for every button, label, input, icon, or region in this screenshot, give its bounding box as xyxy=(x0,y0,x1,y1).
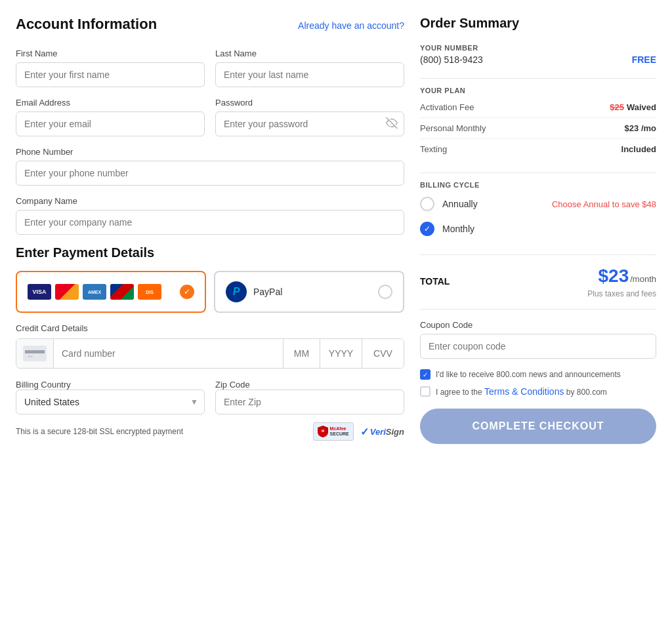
last-name-group: Last Name xyxy=(215,49,404,87)
activation-fee-value: $25Waived xyxy=(610,102,656,112)
annual-save-text: Choose Annual to save $48 xyxy=(552,199,656,209)
coupon-section: Coupon Code xyxy=(420,320,656,359)
complete-checkout-button[interactable]: COMPLETE CHECKOUT xyxy=(420,409,656,444)
divider-1 xyxy=(420,78,656,79)
annual-label: Annually xyxy=(442,199,478,209)
company-input[interactable] xyxy=(16,210,404,235)
your-number-section: YOUR NUMBER (800) 518-9423 FREE xyxy=(420,44,656,65)
paypal-radio-icon xyxy=(378,285,392,299)
your-plan-label: YOUR PLAN xyxy=(420,87,656,94)
newsletter-checkbox-row: I'd like to receive 800.com news and ann… xyxy=(420,369,656,380)
svg-rect-2 xyxy=(25,350,45,353)
jcb-logo xyxy=(110,284,134,300)
email-group: Email Address xyxy=(16,98,205,136)
svg-rect-3 xyxy=(28,355,33,357)
expiry-year-input[interactable] xyxy=(320,339,362,368)
total-row: TOTAL $23 /month xyxy=(420,266,656,287)
total-period: /month xyxy=(630,274,656,284)
billing-country-group: Billing Country United States ▼ xyxy=(16,379,205,414)
first-name-input[interactable] xyxy=(16,62,205,87)
personal-monthly-row: Personal Monthly $23 /mo xyxy=(420,118,656,139)
already-have-account-link[interactable]: Already have an account? xyxy=(298,20,404,31)
discover-logo: DIS xyxy=(138,284,161,300)
zip-label: Zip Code xyxy=(215,380,250,390)
monthly-billing-option[interactable]: Monthly xyxy=(420,216,656,241)
cc-card-icon xyxy=(16,339,54,368)
texting-label: Texting xyxy=(420,144,447,154)
phone-label: Phone Number xyxy=(16,147,404,157)
personal-monthly-label: Personal Monthly xyxy=(420,123,486,133)
payment-methods: VISA AMEX DIS ✓ P PayPal xyxy=(16,271,404,313)
personal-monthly-value: $23 /mo xyxy=(625,123,656,133)
your-plan-section: YOUR PLAN Activation Fee $25Waived Perso… xyxy=(420,87,656,159)
number-row: (800) 518-9423 FREE xyxy=(420,54,656,65)
billing-country-select[interactable]: United States xyxy=(16,390,205,414)
mcafee-line1: McAfee xyxy=(330,426,349,432)
total-amount-display: $23 /month xyxy=(598,266,656,287)
expiry-month-input[interactable] xyxy=(283,339,320,368)
activation-fee-label: Activation Fee xyxy=(420,102,474,112)
first-name-group: First Name xyxy=(16,49,205,87)
coupon-input[interactable] xyxy=(420,334,656,359)
password-input[interactable] xyxy=(215,111,404,136)
phone-number-display: (800) 518-9423 xyxy=(420,54,483,65)
paypal-logo-icon: P xyxy=(226,281,247,302)
activation-fee-row: Activation Fee $25Waived xyxy=(420,97,656,118)
left-column: Account Information Already have an acco… xyxy=(16,16,404,444)
order-summary-title: Order Summary xyxy=(420,16,656,31)
last-name-label: Last Name xyxy=(215,49,404,58)
password-label: Password xyxy=(215,98,404,108)
payment-section-title: Enter Payment Details xyxy=(16,245,404,260)
texting-row: Texting Included xyxy=(420,139,656,159)
cc-input-row xyxy=(16,338,404,369)
verisign-text: VeriSign xyxy=(370,427,404,437)
phone-input[interactable] xyxy=(16,161,404,186)
paypal-option[interactable]: P PayPal xyxy=(214,271,404,313)
terms-checkbox[interactable] xyxy=(420,386,430,397)
mcafee-line2: SECURE xyxy=(330,432,349,437)
phone-number-price: FREE xyxy=(632,54,656,65)
credit-card-selected-icon: ✓ xyxy=(180,285,194,299)
monthly-radio-icon[interactable] xyxy=(420,222,434,236)
cvv-input[interactable] xyxy=(362,339,404,368)
terms-label: I agree to the Terms & Conditions by 800… xyxy=(436,386,607,397)
password-group: Password xyxy=(215,98,404,136)
coupon-label: Coupon Code xyxy=(420,320,656,330)
total-section: TOTAL $23 /month Plus taxes and fees xyxy=(420,254,656,310)
email-input[interactable] xyxy=(16,111,205,136)
total-label: TOTAL xyxy=(420,276,450,287)
last-name-input[interactable] xyxy=(215,62,404,87)
visa-logo: VISA xyxy=(28,284,51,300)
divider-2 xyxy=(420,172,656,173)
billing-zip-group: Zip Code xyxy=(215,379,404,414)
company-group: Company Name xyxy=(16,196,404,235)
annual-radio-icon[interactable] xyxy=(420,197,434,211)
card-number-input[interactable] xyxy=(54,339,283,368)
phone-group: Phone Number xyxy=(16,147,404,186)
password-toggle-icon[interactable] xyxy=(386,117,398,131)
credit-card-option[interactable]: VISA AMEX DIS ✓ xyxy=(16,271,206,313)
activation-strike-price: $25 xyxy=(610,102,624,112)
svg-text:M: M xyxy=(321,429,324,433)
mastercard-logo xyxy=(55,284,79,300)
total-dollar: $23 xyxy=(598,266,629,287)
mcafee-shield-icon: M xyxy=(318,426,328,437)
first-name-label: First Name xyxy=(16,49,205,58)
mcafee-badge: M McAfee SECURE xyxy=(313,422,354,441)
billing-country-select-wrapper: United States ▼ xyxy=(16,390,205,414)
verisign-check-icon: ✓ xyxy=(360,426,369,438)
billing-cycle-label: BILLING CYCLE xyxy=(420,181,656,189)
terms-link[interactable]: Terms & Conditions xyxy=(484,386,564,397)
secure-text: This is a secure 128-bit SSL encrypted p… xyxy=(16,427,183,436)
paypal-label: PayPal xyxy=(253,287,282,297)
account-section-title: Account Information xyxy=(16,16,157,33)
terms-prefix: I agree to the xyxy=(436,388,484,397)
billing-row: Billing Country United States ▼ Zip Code xyxy=(16,379,404,414)
your-number-label: YOUR NUMBER xyxy=(420,44,656,52)
annual-billing-option[interactable]: Annually Choose Annual to save $48 xyxy=(420,191,656,216)
email-label: Email Address xyxy=(16,98,205,108)
newsletter-checkbox[interactable] xyxy=(420,369,430,380)
password-wrapper xyxy=(215,111,404,136)
billing-country-label: Billing Country xyxy=(16,380,71,390)
zip-input[interactable] xyxy=(215,390,404,414)
